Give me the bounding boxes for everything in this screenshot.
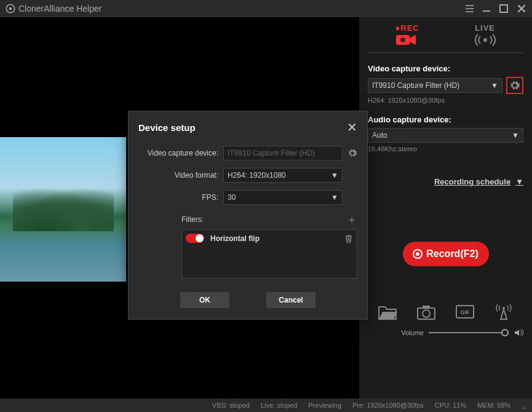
modal-vf-label: Video format: [138, 171, 218, 180]
filter-item: Horizontal flip [186, 234, 353, 243]
chevron-down-icon: ▼ [515, 177, 523, 186]
window-controls [464, 3, 527, 14]
bottom-toolbar: GIF [368, 303, 523, 320]
svg-point-10 [416, 252, 419, 256]
modal-vcd-settings-button[interactable] [347, 148, 357, 158]
device-setup-modal: Device setup ✕ Video capture device: IT9… [128, 111, 368, 320]
filters-label: Filters: [181, 215, 204, 224]
audio-device-select[interactable]: Auto ▼ [368, 128, 523, 143]
svg-rect-5 [500, 5, 507, 12]
gif-button[interactable]: GIF [455, 303, 475, 320]
modal-vcd-label: Video capture device: [138, 149, 218, 157]
stream-button[interactable] [494, 303, 514, 320]
snapshot-button[interactable] [416, 303, 436, 320]
status-mem: MEM: 58% [477, 402, 510, 409]
chevron-down-icon: ▼ [331, 193, 338, 202]
svg-point-13 [423, 310, 430, 317]
add-filter-button[interactable]: ＋ [346, 212, 357, 227]
status-preview: Previewing [308, 402, 341, 409]
folder-button[interactable] [378, 303, 397, 320]
close-icon[interactable] [516, 3, 527, 14]
modal-fps-label: FPS: [138, 193, 218, 202]
volume-label: Volume [401, 329, 424, 336]
video-device-label: Video capture device: [368, 64, 523, 73]
titlebar: ClonerAlliance Helper [0, 0, 532, 17]
side-panel: ●REC LIVE Video capture device: IT9910 C… [359, 17, 532, 398]
broadcast-icon [474, 33, 496, 47]
resize-grip-icon[interactable]: ⣠ [522, 402, 526, 409]
filter-toggle[interactable] [186, 234, 204, 243]
trash-icon [344, 234, 353, 243]
app-logo: ClonerAlliance Helper [5, 3, 101, 14]
video-device-settings-button[interactable] [506, 77, 523, 94]
delete-filter-button[interactable] [344, 234, 353, 243]
svg-point-3 [472, 8, 474, 9]
modal-vf-select[interactable]: H264: 1920x1080 ▼ [223, 168, 343, 183]
video-device-select[interactable]: IT9910 Capture Filter (HD) ▼ [368, 78, 502, 93]
svg-text:GIF: GIF [461, 309, 470, 315]
svg-point-2 [472, 5, 474, 6]
cancel-button[interactable]: Cancel [266, 292, 316, 308]
gear-icon [347, 148, 357, 158]
app-title: ClonerAlliance Helper [18, 4, 101, 14]
gear-icon [509, 80, 520, 91]
logo-icon [5, 3, 16, 14]
video-info: H264: 1920x1080@30fps [368, 97, 523, 104]
recording-schedule-link[interactable]: Recording schedule ▼ [368, 177, 523, 186]
status-pre: Pre: 1920x1080@30fps [352, 402, 424, 409]
modal-title: Device setup [138, 122, 196, 133]
record-icon [413, 249, 423, 259]
preview-image [0, 137, 126, 282]
menu-icon[interactable] [464, 4, 474, 14]
svg-point-4 [472, 11, 474, 12]
svg-point-8 [483, 38, 487, 42]
modal-close-button[interactable]: ✕ [347, 120, 357, 135]
chevron-down-icon: ▼ [331, 171, 338, 180]
mode-tabs: ●REC LIVE [368, 23, 523, 53]
chevron-down-icon: ▼ [512, 131, 519, 140]
modal-fps-select[interactable]: 30 ▼ [223, 190, 343, 205]
svg-point-1 [9, 7, 12, 10]
minimize-icon[interactable] [482, 4, 491, 14]
volume-control: Volume [368, 328, 523, 338]
tab-rec[interactable]: ●REC [395, 23, 419, 47]
modal-vcd-select[interactable]: IT9910 Capture Filter (HD) [223, 146, 343, 160]
audio-info: 16,48Khz,stereo [368, 145, 523, 153]
tab-live[interactable]: LIVE [474, 23, 496, 47]
status-cpu: CPU: 11% [435, 402, 466, 409]
record-button[interactable]: Record(F2) [403, 242, 489, 266]
ok-button[interactable]: OK [180, 292, 229, 308]
filters-list: Horizontal flip [181, 229, 357, 279]
camera-icon [395, 33, 417, 47]
speaker-icon[interactable] [514, 328, 523, 338]
filter-name: Horizontal flip [210, 234, 338, 243]
app-window: ClonerAlliance Helper ●REC [0, 0, 532, 412]
svg-rect-12 [423, 306, 430, 308]
status-bar: VBS: stoped Live: stoped Previewing Pre:… [0, 398, 532, 412]
audio-device-label: Audio capture device: [368, 115, 523, 124]
chevron-down-icon: ▼ [491, 81, 498, 90]
maximize-icon[interactable] [499, 4, 509, 14]
volume-slider[interactable] [429, 332, 509, 333]
svg-point-7 [400, 38, 405, 42]
status-live: Live: stoped [261, 402, 297, 409]
status-vbs: VBS: stoped [212, 402, 250, 409]
